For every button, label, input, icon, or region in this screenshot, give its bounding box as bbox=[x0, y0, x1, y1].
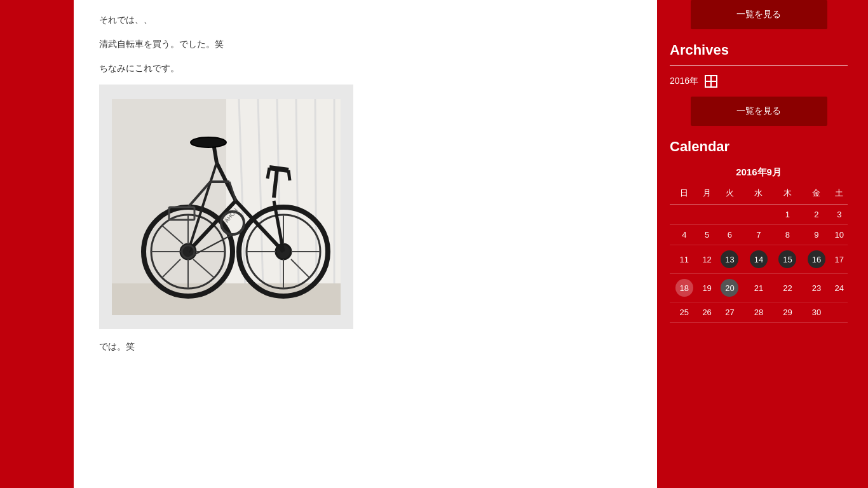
svg-point-34 bbox=[191, 137, 226, 147]
calendar-section: Calendar 2016年9月 日 月 火 水 木 金 土 1 2 bbox=[670, 139, 848, 323]
day-4[interactable]: 4 bbox=[670, 225, 698, 245]
right-edge bbox=[860, 0, 868, 488]
day-circle-20: 20 bbox=[721, 279, 738, 297]
calendar-week-2: 4 5 6 7 8 9 10 bbox=[670, 225, 848, 245]
year-row: 2016年 bbox=[670, 75, 848, 88]
day-7[interactable]: 7 bbox=[744, 225, 773, 245]
view-list-button-1[interactable]: 一覧を見る bbox=[691, 0, 827, 29]
day-empty bbox=[698, 205, 715, 225]
day-25[interactable]: 25 bbox=[670, 302, 698, 323]
day-16[interactable]: 16 bbox=[802, 245, 831, 274]
year-label: 2016年 bbox=[670, 76, 698, 87]
day-20[interactable]: 20 bbox=[715, 274, 744, 302]
archives-title: Archives bbox=[670, 42, 848, 66]
day-5[interactable]: 5 bbox=[698, 225, 715, 245]
day-6[interactable]: 6 bbox=[715, 225, 744, 245]
calendar-title: Calendar bbox=[670, 139, 848, 155]
left-sidebar bbox=[0, 0, 74, 488]
day-circle-16: 16 bbox=[808, 250, 825, 268]
day-13[interactable]: 13 bbox=[715, 245, 744, 274]
calendar-week-5: 25 26 27 28 29 30 bbox=[670, 302, 848, 323]
day-empty bbox=[744, 205, 773, 225]
grid-icon[interactable] bbox=[705, 75, 717, 88]
svg-line-38 bbox=[288, 170, 290, 180]
day-10[interactable]: 10 bbox=[831, 225, 848, 245]
day-15[interactable]: 15 bbox=[773, 245, 802, 274]
day-circle-15: 15 bbox=[778, 250, 796, 268]
calendar-month-row: 2016年9月 bbox=[670, 163, 848, 185]
text-3: ちなみにこれです。 bbox=[99, 61, 632, 76]
day-circle-14: 14 bbox=[750, 250, 768, 268]
text-1: それでは、、 bbox=[99, 13, 632, 28]
day-empty bbox=[670, 205, 698, 225]
day-18[interactable]: 18 bbox=[670, 274, 698, 302]
day-19[interactable]: 19 bbox=[698, 274, 715, 302]
dow-sun: 日 bbox=[670, 185, 698, 205]
day-27[interactable]: 27 bbox=[715, 302, 744, 323]
svg-line-37 bbox=[268, 168, 269, 179]
dow-fri: 金 bbox=[802, 185, 831, 205]
dow-wed: 水 bbox=[744, 185, 773, 205]
day-11[interactable]: 11 bbox=[670, 245, 698, 274]
calendar-dow-row: 日 月 火 水 木 金 土 bbox=[670, 185, 848, 205]
main-content: それでは、、 清武自転車を買う。でした。笑 ちなみにこれです。 bbox=[74, 0, 657, 488]
day-circle-18: 18 bbox=[675, 279, 693, 297]
calendar-week-4: 18 19 20 21 22 23 24 bbox=[670, 274, 848, 302]
day-28[interactable]: 28 bbox=[744, 302, 773, 323]
calendar-table: 2016年9月 日 月 火 水 木 金 土 1 2 3 bbox=[670, 163, 848, 323]
day-14[interactable]: 14 bbox=[744, 245, 773, 274]
day-8[interactable]: 8 bbox=[773, 225, 802, 245]
day-3[interactable]: 3 bbox=[831, 205, 848, 225]
bicycle-image: AHON bbox=[99, 85, 353, 329]
dow-thu: 木 bbox=[773, 185, 802, 205]
day-29[interactable]: 29 bbox=[773, 302, 802, 323]
day-23[interactable]: 23 bbox=[802, 274, 831, 302]
dow-mon: 月 bbox=[698, 185, 715, 205]
calendar-month: 2016年9月 bbox=[670, 163, 848, 185]
svg-line-36 bbox=[269, 168, 288, 170]
dow-sat: 土 bbox=[831, 185, 848, 205]
day-24[interactable]: 24 bbox=[831, 274, 848, 302]
day-12[interactable]: 12 bbox=[698, 245, 715, 274]
archives-section: Archives 2016年 一覧を見る bbox=[670, 42, 848, 126]
day-9[interactable]: 9 bbox=[802, 225, 831, 245]
day-17[interactable]: 17 bbox=[831, 245, 848, 274]
svg-line-6 bbox=[315, 99, 316, 290]
day-22[interactable]: 22 bbox=[773, 274, 802, 302]
view-list-button-2[interactable]: 一覧を見る bbox=[691, 97, 827, 126]
day-1[interactable]: 1 bbox=[773, 205, 802, 225]
day-circle-13: 13 bbox=[721, 250, 738, 268]
day-26[interactable]: 26 bbox=[698, 302, 715, 323]
dow-tue: 火 bbox=[715, 185, 744, 205]
day-2[interactable]: 2 bbox=[802, 205, 831, 225]
day-empty bbox=[715, 205, 744, 225]
day-empty bbox=[831, 302, 848, 323]
text-2: 清武自転車を買う。でした。笑 bbox=[99, 37, 632, 52]
text-4: では。笑 bbox=[99, 339, 632, 355]
right-sidebar: 一覧を見る Archives 2016年 一覧を見る Calendar 2016… bbox=[657, 0, 860, 488]
day-30[interactable]: 30 bbox=[802, 302, 831, 323]
calendar-week-3: 11 12 13 14 15 16 17 bbox=[670, 245, 848, 274]
day-21[interactable]: 21 bbox=[744, 274, 773, 302]
calendar-week-1: 1 2 3 bbox=[670, 205, 848, 225]
